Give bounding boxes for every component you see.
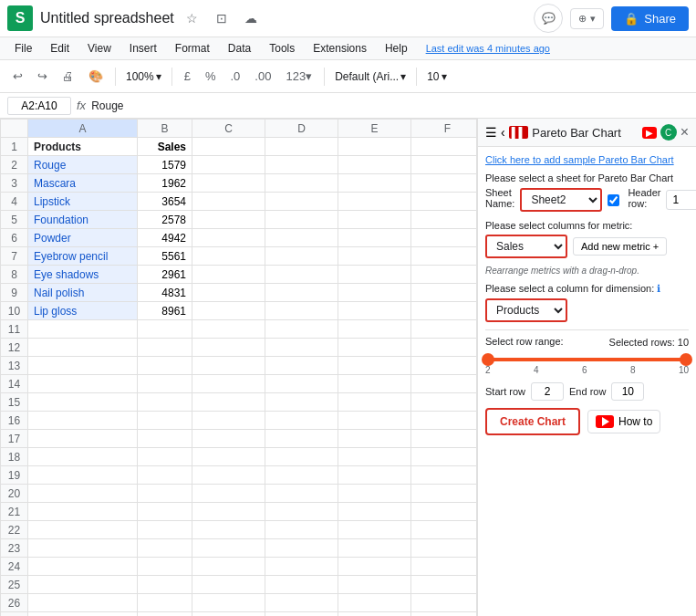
cell-c[interactable]: [192, 375, 265, 393]
menu-format[interactable]: Format: [168, 39, 217, 57]
slider-thumb-left[interactable]: [482, 353, 494, 366]
cell-b[interactable]: [138, 339, 192, 357]
table-row[interactable]: 16: [1, 412, 477, 430]
table-row[interactable]: 25: [1, 576, 477, 594]
cell-d[interactable]: [265, 393, 338, 412]
font-select[interactable]: Default (Ari... ▾: [331, 68, 410, 85]
table-row[interactable]: 18: [1, 448, 477, 466]
cell-b[interactable]: [138, 558, 192, 576]
cell-b[interactable]: [138, 375, 192, 393]
cell-d[interactable]: [265, 503, 338, 521]
history-button[interactable]: ⊕ ▾: [570, 8, 604, 29]
cell-b[interactable]: [138, 466, 192, 485]
cell-a[interactable]: [28, 612, 138, 617]
add-metric-button[interactable]: Add new metric +: [573, 237, 667, 256]
header-row-input[interactable]: [666, 190, 696, 210]
dimension-info-icon[interactable]: ℹ: [657, 283, 660, 294]
cell-f[interactable]: [411, 448, 477, 466]
cell-d[interactable]: [265, 558, 338, 576]
cell-c[interactable]: [192, 594, 265, 612]
formula-content[interactable]: Rouge: [91, 99, 689, 112]
cell-a[interactable]: [28, 430, 138, 448]
cell-d[interactable]: [265, 485, 338, 503]
cell-e[interactable]: [338, 138, 411, 156]
cell-d[interactable]: [265, 412, 338, 430]
menu-tools[interactable]: Tools: [262, 39, 302, 57]
table-row[interactable]: 3Mascara1962: [1, 174, 477, 193]
name-box[interactable]: [7, 97, 71, 115]
cell-b[interactable]: [138, 503, 192, 521]
cell-a[interactable]: [28, 558, 138, 576]
cell-b[interactable]: [138, 357, 192, 375]
paint-format-button[interactable]: 🎨: [83, 68, 109, 85]
cell-e[interactable]: [338, 558, 411, 576]
cell-e[interactable]: [338, 521, 411, 539]
how-to-button[interactable]: How to: [587, 410, 660, 433]
table-row[interactable]: 8Eye shadows2961: [1, 266, 477, 284]
cell-e[interactable]: [338, 485, 411, 503]
cell-e[interactable]: [338, 393, 411, 412]
cell-e[interactable]: [338, 594, 411, 612]
table-row[interactable]: 26: [1, 594, 477, 612]
cell-a[interactable]: [28, 448, 138, 466]
cell-b[interactable]: [138, 448, 192, 466]
cell-c[interactable]: [192, 539, 265, 558]
metric-select[interactable]: Sales: [485, 235, 567, 258]
cell-f[interactable]: [411, 357, 477, 375]
cell-a[interactable]: [28, 521, 138, 539]
decimal-two-button[interactable]: .00: [249, 68, 276, 85]
cell-f[interactable]: [411, 485, 477, 503]
cell-c[interactable]: [192, 138, 265, 156]
cell-e[interactable]: [338, 448, 411, 466]
cell-b[interactable]: 3654: [138, 193, 192, 211]
star-icon[interactable]: ☆: [182, 7, 203, 29]
cell-c[interactable]: [192, 156, 265, 174]
col-a-header[interactable]: A: [28, 120, 138, 138]
cell-a[interactable]: Eyebrow pencil: [28, 247, 138, 266]
dimension-select[interactable]: Products: [485, 298, 567, 322]
share-button[interactable]: 🔒 Share: [611, 6, 689, 31]
cell-c[interactable]: [192, 485, 265, 503]
cell-f[interactable]: [411, 138, 477, 156]
panel-close-button[interactable]: ×: [680, 124, 689, 141]
cell-e[interactable]: [338, 357, 411, 375]
cell-c[interactable]: [192, 174, 265, 193]
start-row-input[interactable]: [531, 382, 564, 401]
table-row[interactable]: 24: [1, 558, 477, 576]
cell-d[interactable]: [265, 375, 338, 393]
cell-f[interactable]: [411, 247, 477, 266]
table-row[interactable]: 9Nail polish4831: [1, 284, 477, 302]
table-row[interactable]: 11: [1, 320, 477, 339]
cell-e[interactable]: [338, 284, 411, 302]
font-size-select[interactable]: 10 ▾: [423, 68, 450, 85]
cell-b[interactable]: 8961: [138, 302, 192, 320]
cell-e[interactable]: [338, 412, 411, 430]
cell-a[interactable]: [28, 576, 138, 594]
cell-e[interactable]: [338, 229, 411, 247]
doc-title[interactable]: Untitled spreadsheet: [40, 10, 174, 26]
cell-b[interactable]: Sales: [138, 138, 192, 156]
cell-f[interactable]: [411, 558, 477, 576]
table-row[interactable]: 7Eyebrow pencil5561: [1, 247, 477, 266]
cell-d[interactable]: [265, 211, 338, 229]
cell-d[interactable]: [265, 539, 338, 558]
cell-c[interactable]: [192, 211, 265, 229]
cell-f[interactable]: [411, 576, 477, 594]
cell-c[interactable]: [192, 393, 265, 412]
menu-extensions[interactable]: Extensions: [306, 39, 374, 57]
cell-c[interactable]: [192, 412, 265, 430]
move-icon[interactable]: ⊡: [211, 7, 233, 29]
cell-a[interactable]: Nail polish: [28, 284, 138, 302]
cell-a[interactable]: [28, 357, 138, 375]
comments-button[interactable]: 💬: [534, 4, 563, 33]
cell-b[interactable]: 1579: [138, 156, 192, 174]
cell-d[interactable]: [265, 266, 338, 284]
table-row[interactable]: 6Powder4942: [1, 229, 477, 247]
youtube-icon[interactable]: ▶: [642, 127, 657, 139]
cell-b[interactable]: [138, 576, 192, 594]
cell-e[interactable]: [338, 466, 411, 485]
table-row[interactable]: 14: [1, 375, 477, 393]
cell-c[interactable]: [192, 266, 265, 284]
cell-d[interactable]: [265, 576, 338, 594]
cell-b[interactable]: [138, 612, 192, 617]
